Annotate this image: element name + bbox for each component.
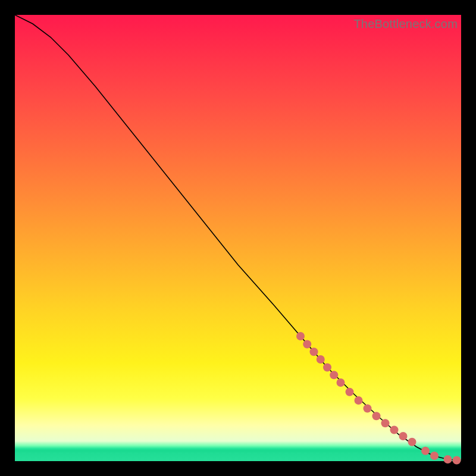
chart-stage: TheBottleneck.com <box>0 0 476 476</box>
data-point <box>303 340 311 349</box>
data-point <box>421 447 430 455</box>
data-point <box>355 396 363 405</box>
bottleneck-curve <box>15 15 461 461</box>
data-point <box>310 347 318 356</box>
data-point <box>430 452 439 460</box>
data-point <box>408 438 416 446</box>
data-point <box>323 364 331 372</box>
data-point <box>337 378 345 387</box>
plot-area: TheBottleneck.com <box>15 15 461 461</box>
data-point <box>330 371 338 379</box>
data-point <box>364 405 372 413</box>
data-point <box>346 388 354 396</box>
chart-svg <box>15 15 461 461</box>
data-point <box>317 355 325 364</box>
data-point <box>390 426 399 434</box>
data-point <box>296 332 305 340</box>
data-point <box>453 456 461 465</box>
data-point <box>444 455 452 464</box>
data-point <box>372 412 381 420</box>
marker-group <box>296 332 461 465</box>
data-point <box>399 432 408 440</box>
data-point <box>381 419 390 427</box>
